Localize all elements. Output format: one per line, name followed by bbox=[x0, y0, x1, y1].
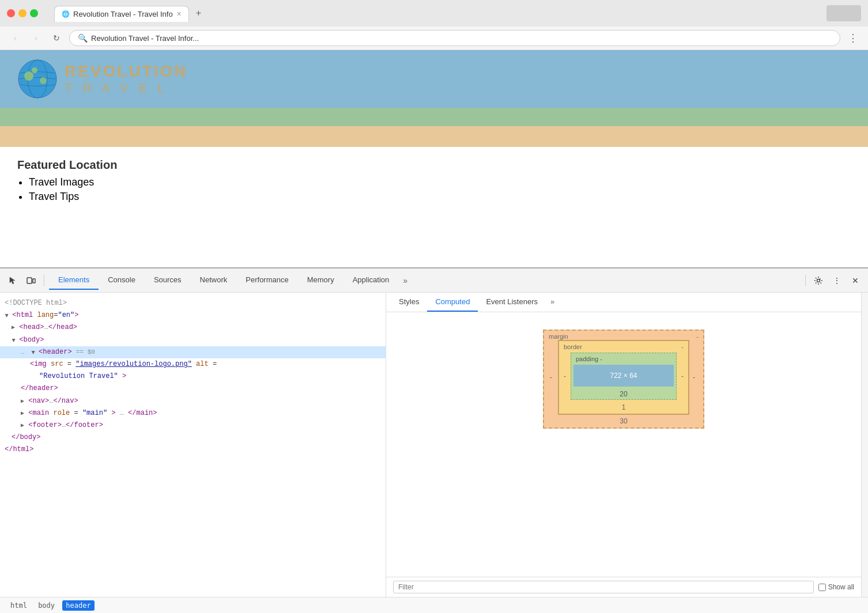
tab-event-listeners[interactable]: Event Listeners bbox=[478, 293, 546, 312]
svg-point-7 bbox=[817, 279, 820, 282]
devtools-toolbar: Elements Console Sources Network Perform… bbox=[0, 268, 868, 293]
dom-img[interactable]: <img src = "images/revolution-logo.png" … bbox=[0, 358, 386, 370]
margin-box: margin - - border - bbox=[543, 330, 704, 429]
active-tab[interactable]: 🌐 Revolution Travel - Travel Info ✕ bbox=[54, 6, 189, 22]
border-right-value: - bbox=[679, 350, 686, 402]
tab-application[interactable]: Application bbox=[344, 271, 399, 290]
devtools-tab-list: Elements Console Sources Network Perform… bbox=[49, 271, 801, 290]
tab-computed[interactable]: Computed bbox=[427, 293, 478, 312]
logo-revolution: REVOLUTION bbox=[65, 62, 188, 81]
body-toggle[interactable]: ▶ bbox=[9, 339, 18, 342]
site-sub-bar bbox=[0, 126, 868, 147]
tab-close-button[interactable]: ✕ bbox=[176, 10, 182, 18]
border-top-value: - bbox=[681, 343, 684, 350]
maximize-button[interactable] bbox=[30, 9, 38, 17]
list-item-2: Travel Tips bbox=[29, 191, 851, 203]
html-toggle[interactable]: ▶ bbox=[2, 314, 11, 317]
close-devtools-button[interactable]: ✕ bbox=[847, 273, 863, 289]
breadcrumb-body[interactable]: body bbox=[35, 600, 58, 611]
back-button[interactable]: ‹ bbox=[7, 30, 23, 46]
show-all-checkbox[interactable] bbox=[818, 584, 826, 591]
more-style-tabs-button[interactable]: » bbox=[546, 293, 559, 312]
minimize-button[interactable] bbox=[18, 9, 27, 17]
breadcrumb-header[interactable]: header bbox=[62, 600, 94, 611]
dom-header[interactable]: … ▶ <header> == $0 bbox=[0, 346, 386, 358]
tab-memory[interactable]: Memory bbox=[298, 271, 344, 290]
margin-middle-row: - border - - bbox=[544, 340, 703, 415]
main-toggle[interactable]: ▶ bbox=[21, 409, 24, 418]
dom-panel: <!DOCTYPE html> ▶ <html lang="en"> ▶ <he… bbox=[0, 293, 386, 597]
list-item-1: Travel Images bbox=[29, 176, 851, 188]
globe-icon bbox=[17, 59, 58, 99]
content-size: 722 × 64 bbox=[610, 372, 637, 380]
devtools-scrollbar[interactable] bbox=[861, 293, 868, 597]
dom-ellipsis-indicator: … bbox=[21, 349, 25, 355]
devtools-actions: ⋮ ✕ bbox=[803, 273, 863, 289]
tab-title: Revolution Travel - Travel Info bbox=[73, 10, 173, 18]
page-content: REVOLUTION T R A V E L Featured Location… bbox=[0, 50, 868, 217]
border-box: border - - padding - bbox=[558, 340, 689, 415]
reload-button[interactable]: ↻ bbox=[48, 30, 65, 46]
browser-chrome: 🌐 Revolution Travel - Travel Info ✕ + ‹ … bbox=[0, 0, 868, 50]
svg-point-3 bbox=[32, 67, 37, 73]
footer-toggle[interactable]: ▶ bbox=[21, 421, 24, 430]
devtools-breadcrumb: html body header bbox=[0, 597, 868, 613]
dom-html-open[interactable]: ▶ <html lang="en"> bbox=[0, 309, 386, 321]
tab-performance[interactable]: Performance bbox=[236, 271, 297, 290]
browser-menu-button[interactable]: ⋮ bbox=[845, 30, 861, 46]
filter-bar: Show all bbox=[386, 577, 861, 597]
padding-bottom-value: 20 bbox=[571, 389, 676, 399]
header-toggle[interactable]: ▶ bbox=[28, 351, 37, 354]
breadcrumb-sep-1 bbox=[31, 601, 35, 610]
border-label: border bbox=[564, 343, 582, 350]
device-toolbar-button[interactable] bbox=[23, 273, 39, 289]
devtools: Elements Console Sources Network Perform… bbox=[0, 267, 868, 613]
new-tab-button[interactable]: + bbox=[191, 5, 206, 22]
svg-rect-5 bbox=[27, 278, 32, 283]
tab-elements[interactable]: Elements bbox=[49, 271, 99, 290]
nav-toggle[interactable]: ▶ bbox=[21, 397, 24, 406]
show-all-label[interactable]: Show all bbox=[818, 583, 854, 591]
dom-doctype: <!DOCTYPE html> bbox=[0, 297, 386, 309]
dom-main[interactable]: ▶ <main role = "main" > … </main> bbox=[0, 407, 386, 419]
styles-tabs: Styles Computed Event Listeners » bbox=[386, 293, 861, 312]
dom-html-close: </html> bbox=[0, 444, 386, 456]
head-toggle[interactable]: ▶ bbox=[12, 323, 15, 332]
tab-bar: 🌐 Revolution Travel - Travel Info ✕ + bbox=[47, 5, 817, 22]
dom-head[interactable]: ▶ <head>…</head> bbox=[0, 321, 386, 334]
close-button[interactable] bbox=[7, 9, 15, 17]
margin-left-value: - bbox=[546, 340, 558, 415]
site-nav-bar bbox=[0, 108, 868, 126]
more-tabs-button[interactable]: » bbox=[398, 273, 412, 289]
forward-button[interactable]: › bbox=[28, 30, 44, 46]
devtools-main: <!DOCTYPE html> ▶ <html lang="en"> ▶ <he… bbox=[0, 293, 868, 597]
content-list: Travel Images Travel Tips bbox=[29, 176, 851, 203]
tab-console[interactable]: Console bbox=[99, 271, 145, 290]
breadcrumb-html[interactable]: html bbox=[7, 600, 31, 611]
margin-bottom-value: 30 bbox=[544, 415, 703, 427]
inspector-button[interactable] bbox=[5, 273, 21, 289]
padding-box: padding - 722 × 64 20 bbox=[571, 353, 677, 400]
svg-point-0 bbox=[18, 60, 56, 98]
filter-input[interactable] bbox=[393, 581, 814, 593]
tab-network[interactable]: Network bbox=[191, 271, 237, 290]
dom-body-open[interactable]: ▶ <body> bbox=[0, 334, 386, 346]
margin-label-row: margin - bbox=[544, 331, 703, 340]
margin-label: margin bbox=[549, 333, 568, 340]
tab-sources[interactable]: Sources bbox=[145, 271, 191, 290]
address-input-container[interactable]: 🔍 Revolution Travel - Travel Infor... bbox=[69, 30, 840, 46]
svg-point-4 bbox=[40, 77, 47, 84]
tab-scroll-area bbox=[827, 5, 861, 21]
margin-right-value: - bbox=[689, 340, 701, 415]
dom-footer[interactable]: ▶ <footer>…</footer> bbox=[0, 419, 386, 432]
margin-top-value: - bbox=[696, 333, 699, 340]
svg-rect-6 bbox=[33, 279, 35, 283]
tab-styles[interactable]: Styles bbox=[391, 293, 427, 312]
dom-header-close: </header> bbox=[0, 383, 386, 395]
settings-button[interactable] bbox=[810, 273, 827, 289]
more-options-button[interactable]: ⋮ bbox=[829, 273, 845, 289]
toolbar-separator-1 bbox=[44, 275, 44, 286]
img-src-link[interactable]: "images/revolution-logo.png" bbox=[76, 360, 192, 368]
dom-nav[interactable]: ▶ <nav>…</nav> bbox=[0, 395, 386, 407]
padding-label: padding - bbox=[576, 355, 602, 362]
